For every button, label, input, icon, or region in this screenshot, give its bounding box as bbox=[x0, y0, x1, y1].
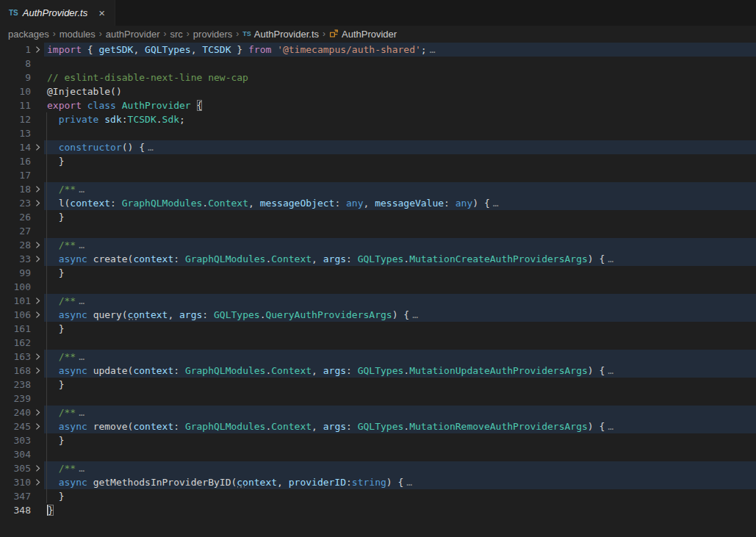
code-content[interactable] bbox=[44, 336, 756, 350]
code-line-303[interactable]: 303 } bbox=[0, 433, 756, 447]
tab-authprovider[interactable]: TS AuthProvider.ts × bbox=[0, 0, 115, 26]
code-line-162[interactable]: 162 bbox=[0, 336, 756, 350]
folded-code-ellipsis[interactable]: … bbox=[608, 253, 614, 264]
code-line-304[interactable]: 304 bbox=[0, 447, 756, 461]
breadcrumb-item-src[interactable]: src bbox=[170, 29, 183, 40]
code-content[interactable] bbox=[44, 57, 756, 71]
code-content[interactable]: async remove(context: GraphQLModules.Con… bbox=[44, 419, 756, 433]
code-content[interactable]: /**… bbox=[44, 238, 756, 252]
code-content[interactable]: /**… bbox=[44, 350, 756, 364]
code-content[interactable] bbox=[44, 126, 756, 140]
code-line-12[interactable]: 12 private sdk:TCSDK.Sdk; bbox=[0, 112, 756, 126]
fold-chevron-icon[interactable] bbox=[31, 196, 44, 210]
code-content[interactable] bbox=[44, 168, 756, 182]
code-content[interactable]: l(context: GraphQLModules.Context, messa… bbox=[44, 196, 756, 210]
code-content[interactable] bbox=[44, 392, 756, 406]
fold-chevron-icon[interactable] bbox=[31, 182, 44, 196]
fold-chevron-icon[interactable] bbox=[31, 43, 44, 57]
code-content[interactable]: async getMethodsInProviderByID(context, … bbox=[44, 475, 756, 489]
code-content[interactable]: async update(context: GraphQLModules.Con… bbox=[44, 364, 756, 378]
folded-code-ellipsis[interactable]: … bbox=[148, 142, 154, 153]
code-content[interactable]: } bbox=[44, 154, 756, 168]
code-content[interactable]: } bbox=[44, 266, 756, 280]
code-line-18[interactable]: 18 /**… bbox=[0, 182, 756, 196]
code-line-348[interactable]: 348} bbox=[0, 503, 756, 517]
fold-chevron-icon[interactable] bbox=[31, 140, 44, 154]
code-content[interactable]: // eslint-disable-next-line new-cap bbox=[44, 71, 756, 84]
breadcrumb-item-symbol[interactable]: AuthProvider bbox=[342, 29, 397, 40]
folded-code-ellipsis[interactable]: … bbox=[430, 44, 436, 55]
folded-code-ellipsis[interactable]: … bbox=[493, 198, 500, 209]
code-line-1[interactable]: 1import { getSDK, GQLTypes, TCSDK } from… bbox=[0, 43, 756, 57]
breadcrumb-item-providers[interactable]: providers bbox=[193, 29, 232, 40]
folded-code-ellipsis[interactable]: … bbox=[79, 407, 85, 418]
code-content[interactable]: } bbox=[44, 503, 756, 517]
code-line-168[interactable]: 168 async update(context: GraphQLModules… bbox=[0, 364, 756, 378]
breadcrumb-item-modules[interactable]: modules bbox=[60, 29, 96, 40]
code-line-310[interactable]: 310 async getMethodsInProviderByID(conte… bbox=[0, 475, 756, 489]
code-line-33[interactable]: 33 async create(context: GraphQLModules.… bbox=[0, 252, 756, 266]
code-line-163[interactable]: 163 /**… bbox=[0, 350, 756, 364]
code-content[interactable]: /**… bbox=[44, 182, 756, 196]
folded-code-ellipsis[interactable]: … bbox=[79, 351, 85, 362]
fold-chevron-icon[interactable] bbox=[31, 308, 44, 322]
folded-code-ellipsis[interactable]: … bbox=[79, 463, 85, 474]
code-content[interactable]: private sdk:TCSDK.Sdk; bbox=[44, 112, 756, 126]
code-content[interactable]: export class AuthProvider { bbox=[44, 98, 756, 112]
code-line-106[interactable]: 106 async query(context, args: GQLTypes.… bbox=[0, 308, 756, 322]
fold-chevron-icon[interactable] bbox=[31, 461, 44, 475]
code-line-23[interactable]: 23 l(context: GraphQLModules.Context, me… bbox=[0, 196, 756, 210]
code-content[interactable]: /**… bbox=[44, 294, 756, 308]
code-content[interactable]: async query(context, args: GQLTypes.Quer… bbox=[44, 308, 756, 322]
code-line-347[interactable]: 347 } bbox=[0, 489, 756, 503]
code-line-16[interactable]: 16 } bbox=[0, 154, 756, 168]
code-line-239[interactable]: 239 bbox=[0, 392, 756, 406]
code-line-17[interactable]: 17 bbox=[0, 168, 756, 182]
folded-code-ellipsis[interactable]: … bbox=[79, 295, 85, 306]
folded-code-ellipsis[interactable]: … bbox=[79, 184, 85, 195]
code-line-10[interactable]: 10@Injectable() bbox=[0, 84, 756, 98]
fold-chevron-icon[interactable] bbox=[31, 364, 44, 378]
code-line-26[interactable]: 26 } bbox=[0, 210, 756, 224]
breadcrumb-item-packages[interactable]: packages bbox=[8, 29, 49, 40]
code-content[interactable]: constructor() {… bbox=[44, 140, 756, 154]
code-content[interactable]: } bbox=[44, 210, 756, 224]
code-content[interactable]: } bbox=[44, 433, 756, 447]
code-line-305[interactable]: 305 /**… bbox=[0, 461, 756, 475]
code-content[interactable]: /**… bbox=[44, 406, 756, 419]
code-line-14[interactable]: 14 constructor() {… bbox=[0, 140, 756, 154]
code-content[interactable]: /**… bbox=[44, 461, 756, 475]
code-content[interactable]: async create(context: GraphQLModules.Con… bbox=[44, 252, 756, 266]
code-content[interactable]: import { getSDK, GQLTypes, TCSDK } from … bbox=[44, 43, 756, 57]
fold-chevron-icon[interactable] bbox=[31, 406, 44, 419]
fold-chevron-icon[interactable] bbox=[31, 238, 44, 252]
code-content[interactable] bbox=[44, 447, 756, 461]
code-line-9[interactable]: 9// eslint-disable-next-line new-cap bbox=[0, 71, 756, 84]
code-content[interactable] bbox=[44, 280, 756, 294]
breadcrumb-item-file[interactable]: AuthProvider.ts bbox=[254, 29, 319, 40]
code-line-100[interactable]: 100 bbox=[0, 280, 756, 294]
folded-code-ellipsis[interactable]: … bbox=[79, 239, 85, 251]
code-line-99[interactable]: 99 } bbox=[0, 266, 756, 280]
code-line-245[interactable]: 245 async remove(context: GraphQLModules… bbox=[0, 419, 756, 433]
fold-chevron-icon[interactable] bbox=[31, 475, 44, 489]
fold-chevron-icon[interactable] bbox=[31, 350, 44, 364]
code-line-8[interactable]: 8 bbox=[0, 57, 756, 71]
code-line-101[interactable]: 101 /**… bbox=[0, 294, 756, 308]
fold-chevron-icon[interactable] bbox=[31, 294, 44, 308]
code-content[interactable]: } bbox=[44, 489, 756, 503]
code-line-240[interactable]: 240 /**… bbox=[0, 406, 756, 419]
folded-code-ellipsis[interactable]: … bbox=[608, 365, 614, 376]
fold-chevron-icon[interactable] bbox=[31, 419, 44, 433]
code-content[interactable]: } bbox=[44, 322, 756, 336]
breadcrumb-item-authProvider[interactable]: authProvider bbox=[106, 29, 160, 40]
code-line-11[interactable]: 11export class AuthProvider { bbox=[0, 98, 756, 112]
close-icon[interactable]: × bbox=[96, 7, 107, 18]
code-line-13[interactable]: 13 bbox=[0, 126, 756, 140]
code-content[interactable]: @Injectable() bbox=[44, 84, 756, 98]
code-content[interactable]: } bbox=[44, 378, 756, 392]
fold-chevron-icon[interactable] bbox=[31, 252, 44, 266]
folded-code-ellipsis[interactable]: … bbox=[406, 477, 413, 488]
code-line-161[interactable]: 161 } bbox=[0, 322, 756, 336]
code-line-27[interactable]: 27 bbox=[0, 224, 756, 238]
